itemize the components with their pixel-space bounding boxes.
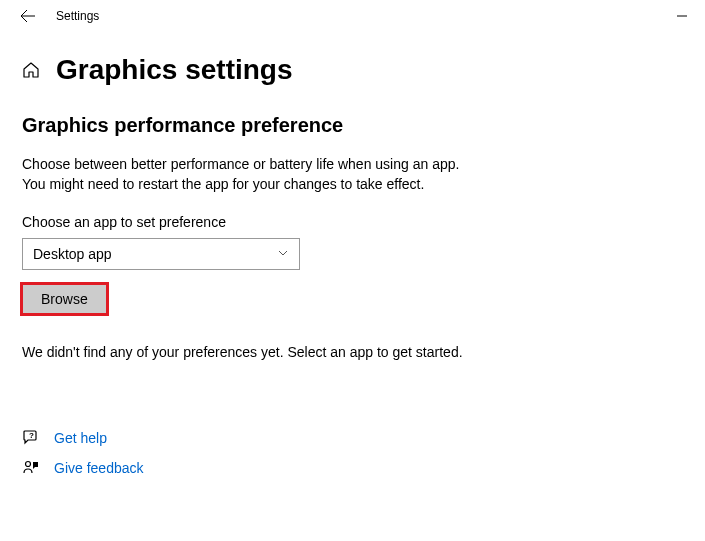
minimize-button[interactable] <box>659 0 705 32</box>
arrow-left-icon <box>20 8 36 24</box>
content-area: Graphics settings Graphics performance p… <box>0 54 705 476</box>
browse-button[interactable]: Browse <box>22 284 107 314</box>
svg-point-2 <box>26 462 31 467</box>
page-title: Graphics settings <box>56 54 293 86</box>
titlebar: Settings <box>0 0 705 32</box>
app-type-dropdown[interactable]: Desktop app <box>22 238 300 270</box>
feedback-icon <box>22 460 42 476</box>
minimize-icon <box>677 11 687 21</box>
page-header: Graphics settings <box>22 54 683 86</box>
dropdown-label: Choose an app to set preference <box>22 214 683 230</box>
chevron-down-icon <box>277 246 289 262</box>
give-feedback-link[interactable]: Give feedback <box>22 460 683 476</box>
section-description: Choose between better performance or bat… <box>22 155 683 194</box>
get-help-link[interactable]: ? Get help <box>22 430 683 446</box>
dropdown-value: Desktop app <box>33 246 112 262</box>
svg-text:?: ? <box>29 431 34 440</box>
feedback-label: Give feedback <box>54 460 144 476</box>
section-title: Graphics performance preference <box>22 114 683 137</box>
window-controls <box>659 0 705 32</box>
desc-line-1: Choose between better performance or bat… <box>22 155 683 175</box>
back-button[interactable] <box>12 0 44 32</box>
home-icon[interactable] <box>22 61 40 79</box>
desc-line-2: You might need to restart the app for yo… <box>22 175 683 195</box>
empty-state-text: We didn't find any of your preferences y… <box>22 344 683 360</box>
browse-button-wrap: Browse <box>22 284 683 314</box>
titlebar-title: Settings <box>56 9 99 23</box>
help-label: Get help <box>54 430 107 446</box>
help-icon: ? <box>22 430 42 446</box>
